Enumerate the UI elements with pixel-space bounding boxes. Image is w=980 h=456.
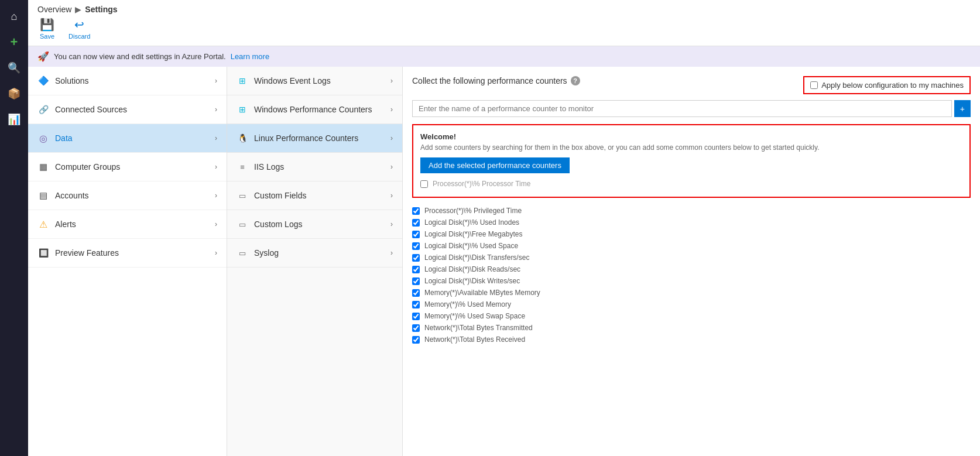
counter-checkbox-logical-disk-free-mb[interactable] [412, 231, 420, 238]
sidebar-item-connected-sources[interactable]: 🔗 Connected Sources › [28, 95, 227, 124]
discard-button[interactable]: ↩ Discard [66, 16, 92, 41]
banner-text: You can now view and edit settings in Az… [54, 52, 226, 61]
apply-label: Apply below configuration to my machines [821, 81, 964, 90]
middle-item-custom-fields[interactable]: ▭ Custom Fields › [227, 181, 402, 210]
counter-item-network-bytes-transmitted: Network(*)\Total Bytes Transmitted [412, 322, 971, 334]
middle-item-windows-event-logs[interactable]: ⊞ Windows Event Logs › [227, 67, 402, 95]
counter-checkbox-network-bytes-received[interactable] [412, 336, 420, 344]
counter-label-proc-processor-time: Processor(*)\% Processor Time [433, 180, 530, 188]
counter-label-logical-disk-used-space: Logical Disk(*)\% Used Space [424, 242, 518, 250]
custom-logs-icon: ▭ [237, 218, 248, 230]
middle-chevron-custom-fields: › [390, 191, 393, 200]
counter-item-memory-used-memory: Memory(*)\% Used Memory [412, 299, 971, 310]
nav-home-icon[interactable]: ⌂ [2, 5, 26, 28]
add-counters-button[interactable]: Add the selected performance counters [420, 157, 570, 173]
rocket-icon: 🚀 [37, 51, 49, 62]
middle-item-custom-logs[interactable]: ▭ Custom Logs › [227, 210, 402, 239]
discard-icon: ↩ [74, 18, 84, 32]
sidebar-item-preview-features[interactable]: 🔲 Preview Features › [28, 239, 227, 268]
sidebar-item-data[interactable]: ◎ Data › [28, 124, 227, 153]
middle-chevron-iis: › [390, 163, 393, 171]
sidebar-label-data: Data [55, 133, 209, 143]
middle-item-syslog[interactable]: ▭ Syslog › [227, 239, 402, 268]
counter-checkbox-memory-used-memory[interactable] [412, 301, 420, 308]
counter-checkbox-memory-available-mbytes[interactable] [412, 289, 420, 297]
counter-item-memory-available-mbytes: Memory(*)\Available MBytes Memory [412, 287, 971, 299]
counter-checkbox-logical-disk-transfers[interactable] [412, 254, 420, 262]
windows-perf-icon: ⊞ [237, 104, 248, 115]
middle-chevron-windows-perf: › [390, 105, 393, 114]
info-icon[interactable]: ? [571, 76, 580, 85]
counter-label-logical-disk-transfers: Logical Disk(*)\Disk Transfers/sec [424, 253, 529, 262]
connected-icon: 🔗 [37, 104, 49, 115]
counter-label-memory-available-mbytes: Memory(*)\Available MBytes Memory [424, 289, 540, 297]
counter-label-network-bytes-received: Network(*)\Total Bytes Received [424, 335, 525, 344]
middle-chevron-custom-logs: › [390, 220, 393, 228]
nav-package-icon[interactable]: 📦 [2, 82, 26, 105]
right-header: Collect the following performance counte… [412, 76, 971, 94]
syslog-icon: ▭ [237, 247, 248, 259]
content-area: 🔷 Solutions › 🔗 Connected Sources › ◎ Da… [28, 67, 980, 456]
counter-item-network-bytes-received: Network(*)\Total Bytes Received [412, 334, 971, 345]
breadcrumb-overview[interactable]: Overview [37, 5, 71, 14]
apply-checkbox[interactable] [810, 81, 818, 89]
learn-more-link[interactable]: Learn more [231, 52, 269, 61]
nav-add-icon[interactable]: + [2, 30, 26, 54]
middle-label-custom-fields: Custom Fields [254, 191, 385, 200]
middle-label-syslog: Syslog [254, 248, 385, 258]
breadcrumb: Overview ▶ Settings [37, 5, 971, 14]
right-panel: Collect the following performance counte… [403, 67, 980, 456]
sidebar-item-alerts[interactable]: ⚠ Alerts › [28, 210, 227, 239]
sidebar-chevron-accounts: › [215, 191, 217, 200]
save-button[interactable]: 💾 Save [37, 16, 57, 41]
nav-bar: ⌂ + 🔍 📦 📊 [0, 0, 28, 456]
middle-item-iis-logs[interactable]: ≡ IIS Logs › [227, 153, 402, 181]
middle-item-linux-performance-counters[interactable]: 🐧 Linux Performance Counters › [227, 124, 402, 153]
counter-list: Processor(*)\% Privileged Time Logical D… [412, 205, 971, 345]
sidebar-item-computer-groups[interactable]: ▦ Computer Groups › [28, 153, 227, 181]
counter-checkbox-logical-disk-used-space[interactable] [412, 242, 420, 250]
save-label: Save [40, 33, 54, 40]
sidebar-label-alerts: Alerts [55, 220, 209, 229]
apply-section[interactable]: Apply below configuration to my machines [803, 76, 971, 94]
data-icon: ◎ [37, 132, 49, 144]
sidebar-chevron-connected: › [215, 105, 217, 114]
counter-checkbox-memory-used-swap[interactable] [412, 313, 420, 320]
middle-chevron-windows-event: › [390, 77, 393, 85]
computer-groups-icon: ▦ [37, 161, 49, 173]
collect-section: Collect the following performance counte… [412, 76, 580, 85]
counter-checkbox-logical-disk-reads[interactable] [412, 266, 420, 273]
search-input[interactable] [412, 100, 952, 117]
sidebar-item-accounts[interactable]: ▤ Accounts › [28, 181, 227, 210]
windows-event-logs-icon: ⊞ [237, 75, 248, 87]
sidebar-label-preview-features: Preview Features [55, 248, 209, 258]
nav-search-icon[interactable]: 🔍 [2, 56, 26, 80]
counter-item-logical-disk-free-mb: Logical Disk(*)\Free Megabytes [412, 228, 971, 240]
sidebar-label-accounts: Accounts [55, 191, 209, 200]
counter-checkbox-proc-processor-time[interactable] [420, 180, 428, 188]
nav-chart-icon[interactable]: 📊 [2, 108, 26, 131]
sidebar-chevron-alerts: › [215, 220, 217, 228]
counter-item-memory-used-swap: Memory(*)\% Used Swap Space [412, 310, 971, 322]
search-row: + [412, 100, 971, 117]
breadcrumb-chevron: ▶ [75, 5, 81, 14]
counter-item-logical-disk-used-space: Logical Disk(*)\% Used Space [412, 240, 971, 252]
save-icon: 💾 [40, 18, 54, 32]
welcome-box: Welcome! Add some counters by searching … [412, 124, 971, 198]
counter-checkbox-logical-disk-writes[interactable] [412, 277, 420, 285]
counter-item-proc-processor-time: Processor(*)\% Processor Time [420, 178, 962, 190]
counter-item-proc-privileged: Processor(*)\% Privileged Time [412, 205, 971, 217]
middle-item-windows-performance-counters[interactable]: ⊞ Windows Performance Counters › [227, 95, 402, 124]
counter-checkbox-proc-privileged[interactable] [412, 207, 420, 215]
counter-checkbox-logical-disk-inodes[interactable] [412, 219, 420, 227]
sidebar-item-solutions[interactable]: 🔷 Solutions › [28, 67, 227, 95]
middle-panel: ⊞ Windows Event Logs › ⊞ Windows Perform… [227, 67, 403, 456]
sidebar-label-solutions: Solutions [55, 76, 209, 85]
alerts-icon: ⚠ [37, 218, 49, 230]
search-button[interactable]: + [954, 100, 971, 117]
counter-checkbox-network-bytes-transmitted[interactable] [412, 324, 420, 332]
middle-chevron-syslog: › [390, 249, 393, 257]
welcome-text: Add some counters by searching for them … [420, 143, 962, 152]
counter-label-logical-disk-inodes: Logical Disk(*)\% Used Inodes [424, 218, 519, 227]
sidebar-label-connected-sources: Connected Sources [55, 105, 209, 114]
